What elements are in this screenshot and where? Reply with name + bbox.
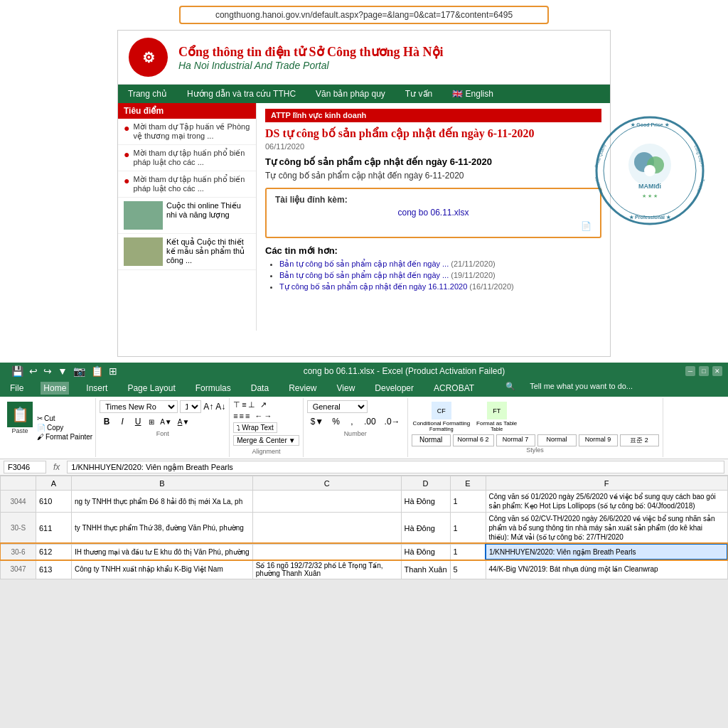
address-bar[interactable]: congthuong.hanoi.gov.vn/default.aspx?pag… xyxy=(179,6,549,24)
formula-input[interactable]: 1/KNHHUYEN/2020: Viên ngậm Breath Pearls xyxy=(67,461,724,473)
cell-reference-box[interactable]: F3046 xyxy=(4,461,46,473)
cell-e-30s[interactable]: 1 xyxy=(450,513,486,545)
nav-vanban[interactable]: Văn bản pháp quy xyxy=(306,85,395,103)
close-button[interactable]: ✕ xyxy=(712,366,722,376)
attachment-link[interactable]: cong bo 06.11.xlsx xyxy=(275,208,592,218)
align-middle-button[interactable]: ≡ xyxy=(242,400,246,410)
cell-f-3044[interactable]: Công văn số 01/2020 ngày 25/6/2020 về vi… xyxy=(486,491,727,513)
cell-d-3044[interactable]: Hà Đông xyxy=(401,491,450,513)
dollar-button[interactable]: $▼ xyxy=(307,415,328,428)
col-header-f[interactable]: F xyxy=(486,476,727,491)
redo-icon[interactable]: ↪ xyxy=(43,365,52,377)
copy-icon[interactable]: 📋 xyxy=(91,365,103,377)
cell-e-306[interactable]: 1 xyxy=(450,544,486,560)
cell-c-30s[interactable] xyxy=(252,513,401,545)
number-format-select[interactable]: General xyxy=(307,400,368,413)
col-header-d[interactable]: D xyxy=(401,476,450,491)
undo-icon[interactable]: ↩ xyxy=(29,365,38,377)
conditional-formatting-button[interactable]: CF Conditional Formatting Formatting xyxy=(412,400,471,433)
cell-b-3044[interactable]: ng ty TNHH thực phẩm Đồ 8 hải đô thị mới… xyxy=(72,491,253,513)
col-header-e[interactable]: E xyxy=(450,476,486,491)
cell-c-3044[interactable] xyxy=(252,491,401,513)
nav-tuvan[interactable]: Tư vấn xyxy=(395,85,442,103)
cell-d-30s[interactable]: Hà Đông xyxy=(401,513,450,545)
nav-trangchu[interactable]: Trang chủ xyxy=(118,85,177,103)
menu-file[interactable]: File xyxy=(7,382,26,395)
cut-button[interactable]: ✂ Cut xyxy=(37,414,92,422)
align-bottom-button[interactable]: ⊥ xyxy=(248,400,255,410)
indent-inc-button[interactable]: → xyxy=(264,412,272,420)
cell-a-30s[interactable]: 611 xyxy=(36,513,72,545)
menu-acrobat[interactable]: ACROBAT xyxy=(431,382,477,395)
font-name-select[interactable]: Times New Ro xyxy=(100,400,178,413)
cell-b-3047[interactable]: Công ty TNHH xuất nhập khẩu K-Big Việt N… xyxy=(72,560,253,579)
align-center-button[interactable]: ≡ xyxy=(240,412,244,420)
menu-review[interactable]: Review xyxy=(286,382,319,395)
style-normal9[interactable]: Normal 9 xyxy=(579,434,618,446)
border-button[interactable]: ⊞ xyxy=(146,418,156,426)
cell-f-30s[interactable]: Công văn số 02/CV-TH/2020 ngày 26/6/2020… xyxy=(486,513,727,545)
cell-c-3047[interactable]: Số 16 ngõ 192/72/32 phố Lê Trọng Tấn, ph… xyxy=(252,560,401,579)
cell-e-3044[interactable]: 1 xyxy=(450,491,486,513)
font-color-button[interactable]: A▼ xyxy=(176,418,192,426)
indent-dec-button[interactable]: ← xyxy=(255,412,262,420)
excel-search[interactable]: Tell me what you want to do... xyxy=(530,382,633,395)
font-size-select[interactable]: 13 xyxy=(180,400,201,413)
grid-icon[interactable]: ⊞ xyxy=(109,365,117,377)
menu-insert[interactable]: Insert xyxy=(83,382,110,395)
camera-icon[interactable]: 📷 xyxy=(73,365,85,377)
save-icon[interactable]: 💾 xyxy=(11,365,23,377)
format-painter-button[interactable]: 🖌 Format Painter xyxy=(37,433,92,441)
style-normal7[interactable]: Normal 7 xyxy=(496,434,535,446)
cell-f-3047[interactable]: 44/K-Big VN/2019: Bát nhựa dùng một lần … xyxy=(486,560,727,579)
style-normal[interactable]: Normal xyxy=(412,434,451,446)
cell-a-306[interactable]: 612 xyxy=(36,544,72,560)
underline-button[interactable]: U xyxy=(131,415,145,428)
align-right-button[interactable]: ≡ xyxy=(245,412,250,420)
minimize-button[interactable]: ─ xyxy=(685,366,695,376)
cell-b-30s[interactable]: ty TNHH thực phẩm Thứ 38, đường Văn Phú,… xyxy=(72,513,253,545)
nav-huongdan[interactable]: Hướng dẫn và tra cứu TTHC xyxy=(177,85,306,103)
style-pyo[interactable]: 표준 2 xyxy=(620,434,659,446)
col-header-c[interactable]: C xyxy=(252,476,401,491)
text-angle-button[interactable]: ↗ xyxy=(260,400,267,410)
bold-button[interactable]: B xyxy=(100,415,114,428)
col-header-a[interactable]: A xyxy=(36,476,72,491)
cell-e-3047[interactable]: 5 xyxy=(450,560,486,579)
fill-color-button[interactable]: A▼ xyxy=(158,418,174,426)
menu-formulas[interactable]: Formulas xyxy=(193,382,234,395)
col-header-b[interactable]: B xyxy=(72,476,253,491)
align-top-button[interactable]: ⊤ xyxy=(233,400,240,410)
merge-center-button[interactable]: Merge & Center ▼ xyxy=(233,435,299,446)
menu-pagelayout[interactable]: Page Layout xyxy=(124,382,178,395)
site-title-block: Cổng thông tin điện tử Sở Công thương Hà… xyxy=(178,44,599,71)
menu-view[interactable]: View xyxy=(334,382,358,395)
cell-a-3044[interactable]: 610 xyxy=(36,491,72,513)
increase-decimal-button[interactable]: .0→ xyxy=(381,415,404,428)
percent-button[interactable]: % xyxy=(328,415,343,428)
cell-a-3047[interactable]: 613 xyxy=(36,560,72,579)
cell-c-306[interactable] xyxy=(252,544,401,560)
paste-button[interactable]: 📋 xyxy=(7,402,33,427)
cell-d-306[interactable]: Hà Đông xyxy=(401,544,450,560)
style-normal8[interactable]: Normal xyxy=(537,434,577,446)
style-normal62[interactable]: Normal 6 2 xyxy=(453,434,494,446)
align-left-button[interactable]: ≡ xyxy=(233,412,237,420)
wrap-text-button[interactable]: ⤵ Wrap Text xyxy=(233,422,277,433)
format-as-table-button[interactable]: FT Format as Table Table xyxy=(475,400,518,433)
cell-d-3047[interactable]: Thanh Xuân xyxy=(401,560,450,579)
menu-developer[interactable]: Developer xyxy=(372,382,417,395)
comma-button[interactable]: , xyxy=(345,415,359,428)
increase-font-button[interactable]: A↑ xyxy=(203,402,213,412)
customize-icon[interactable]: ▼ xyxy=(58,365,68,377)
maximize-button[interactable]: □ xyxy=(699,366,709,376)
menu-home[interactable]: Home xyxy=(41,382,69,395)
italic-button[interactable]: I xyxy=(115,415,129,428)
cell-b-306[interactable]: IH thương mại và đầu tư E khu đô thị Văn… xyxy=(72,544,253,560)
menu-data[interactable]: Data xyxy=(248,382,272,395)
nav-english[interactable]: 🇬🇧 English xyxy=(442,85,503,103)
copy-button[interactable]: 📄 Copy xyxy=(37,424,92,432)
cell-f-306[interactable]: 1/KNHHUYEN/2020: Viên ngậm Breath Pearls xyxy=(486,544,727,560)
decrease-decimal-button[interactable]: .00 xyxy=(360,415,380,428)
decrease-font-button[interactable]: A↓ xyxy=(215,402,225,412)
